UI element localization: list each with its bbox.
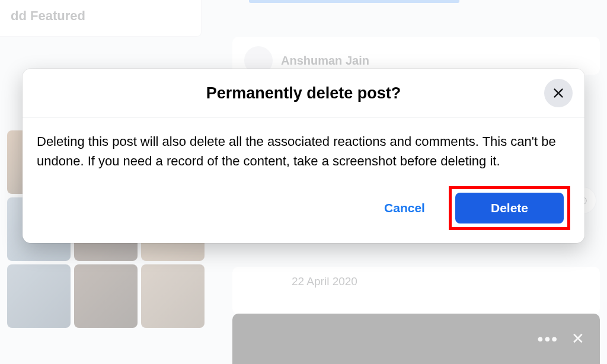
annotation-highlight: Delete xyxy=(449,186,570,230)
delete-post-modal: Permanently delete post? Deleting this p… xyxy=(23,69,584,243)
cancel-button[interactable]: Cancel xyxy=(373,194,436,222)
delete-button[interactable]: Delete xyxy=(455,193,564,223)
close-modal-button[interactable] xyxy=(544,79,573,107)
modal-title: Permanently delete post? xyxy=(37,84,570,103)
modal-header: Permanently delete post? xyxy=(23,69,584,117)
close-icon xyxy=(552,87,565,100)
modal-body-text: Deleting this post will also delete all … xyxy=(23,117,584,175)
modal-footer: Cancel Delete xyxy=(23,175,584,243)
